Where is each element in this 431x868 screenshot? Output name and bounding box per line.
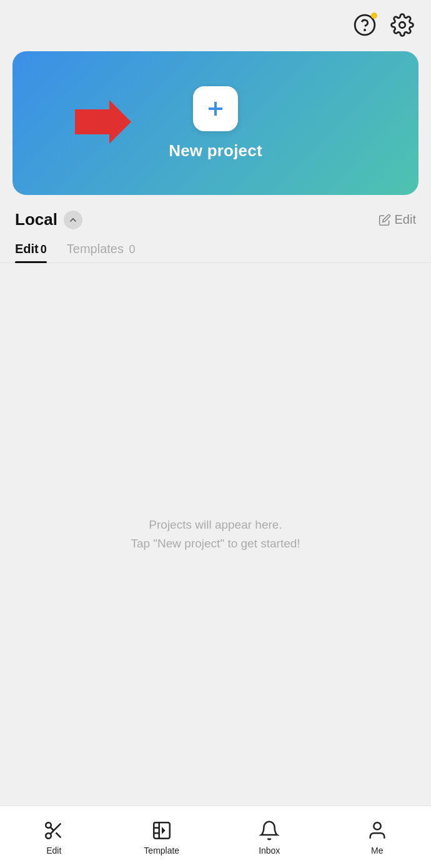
nav-inbox[interactable]: Inbox <box>216 813 324 862</box>
scissors-icon <box>42 819 65 842</box>
nav-me-label: Me <box>371 846 383 856</box>
sort-button[interactable] <box>64 211 82 229</box>
new-project-label: New project <box>169 141 262 161</box>
nav-inbox-label: Inbox <box>259 846 280 856</box>
template-icon <box>151 819 173 842</box>
svg-point-2 <box>399 22 405 28</box>
arrow-right-icon <box>75 100 131 146</box>
settings-button[interactable] <box>389 11 416 39</box>
svg-line-9 <box>56 832 61 837</box>
nav-me[interactable]: Me <box>324 813 432 862</box>
nav-edit[interactable]: Edit <box>0 813 108 862</box>
person-icon <box>366 819 389 842</box>
notification-dot <box>371 12 377 19</box>
svg-point-6 <box>46 822 52 828</box>
local-title: Local <box>15 210 57 229</box>
svg-line-10 <box>51 827 54 830</box>
plus-button <box>193 86 238 131</box>
nav-edit-label: Edit <box>46 846 61 856</box>
top-bar <box>0 0 431 45</box>
svg-marker-3 <box>75 100 131 144</box>
new-project-banner[interactable]: New project <box>12 51 419 195</box>
svg-point-7 <box>46 833 52 839</box>
svg-point-16 <box>374 822 380 829</box>
edit-label: Edit <box>395 212 416 227</box>
empty-line1: Projects will appear here. <box>131 516 300 534</box>
svg-marker-15 <box>162 827 166 834</box>
edit-local-button[interactable]: Edit <box>379 212 416 227</box>
bottom-nav: Edit Template Inbox <box>0 806 431 868</box>
local-header: Local Edit <box>0 210 431 229</box>
empty-line2: Tap "New project" to get started! <box>131 534 300 553</box>
empty-state: Projects will appear here. Tap "New proj… <box>0 263 431 806</box>
tab-templates[interactable]: Templates 0 <box>67 236 136 262</box>
bell-icon <box>258 819 280 842</box>
nav-template[interactable]: Template <box>108 813 216 862</box>
nav-template-label: Template <box>144 846 179 856</box>
tabs: Edit0 Templates 0 <box>0 236 431 263</box>
tab-edit[interactable]: Edit0 <box>15 236 47 262</box>
help-button[interactable] <box>351 11 379 39</box>
